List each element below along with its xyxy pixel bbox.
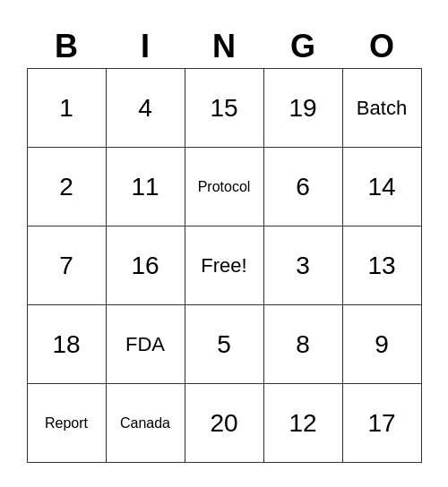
bingo-cell-1-0: 2	[27, 148, 106, 226]
bingo-cell-1-2: Protocol	[185, 148, 263, 226]
bingo-row-1: 211Protocol614	[27, 148, 421, 226]
bingo-cell-4-4: 17	[342, 384, 421, 463]
bingo-cell-0-3: 19	[263, 69, 342, 148]
bingo-cell-1-4: 14	[342, 148, 421, 226]
bingo-cell-4-0: Report	[27, 384, 106, 463]
bingo-cell-4-3: 12	[263, 384, 342, 463]
bingo-board: BINGO 141519Batch211Protocol614716Free!3…	[27, 24, 422, 464]
bingo-header-B: B	[27, 24, 106, 69]
bingo-cell-1-1: 11	[106, 148, 185, 226]
bingo-cell-0-4: Batch	[342, 69, 421, 148]
bingo-cell-3-4: 9	[342, 305, 421, 384]
bingo-cell-2-3: 3	[263, 226, 342, 305]
bingo-body: 141519Batch211Protocol614716Free!31318FD…	[27, 69, 421, 463]
bingo-cell-3-1: FDA	[106, 305, 185, 384]
bingo-cell-2-1: 16	[106, 226, 185, 305]
bingo-row-0: 141519Batch	[27, 69, 421, 148]
bingo-cell-0-0: 1	[27, 69, 106, 148]
bingo-cell-3-2: 5	[185, 305, 263, 384]
bingo-cell-4-1: Canada	[106, 384, 185, 463]
bingo-row-4: ReportCanada201217	[27, 384, 421, 463]
bingo-cell-1-3: 6	[263, 148, 342, 226]
bingo-header-G: G	[263, 24, 342, 69]
bingo-cell-2-2: Free!	[185, 226, 263, 305]
bingo-cell-0-2: 15	[185, 69, 263, 148]
bingo-cell-3-0: 18	[27, 305, 106, 384]
bingo-cell-2-0: 7	[27, 226, 106, 305]
bingo-header-I: I	[106, 24, 185, 69]
bingo-header-row: BINGO	[27, 24, 421, 69]
bingo-cell-4-2: 20	[185, 384, 263, 463]
bingo-cell-0-1: 4	[106, 69, 185, 148]
bingo-cell-3-3: 8	[263, 305, 342, 384]
bingo-row-2: 716Free!313	[27, 226, 421, 305]
bingo-row-3: 18FDA589	[27, 305, 421, 384]
bingo-cell-2-4: 13	[342, 226, 421, 305]
bingo-header-N: N	[185, 24, 263, 69]
bingo-header-O: O	[342, 24, 421, 69]
